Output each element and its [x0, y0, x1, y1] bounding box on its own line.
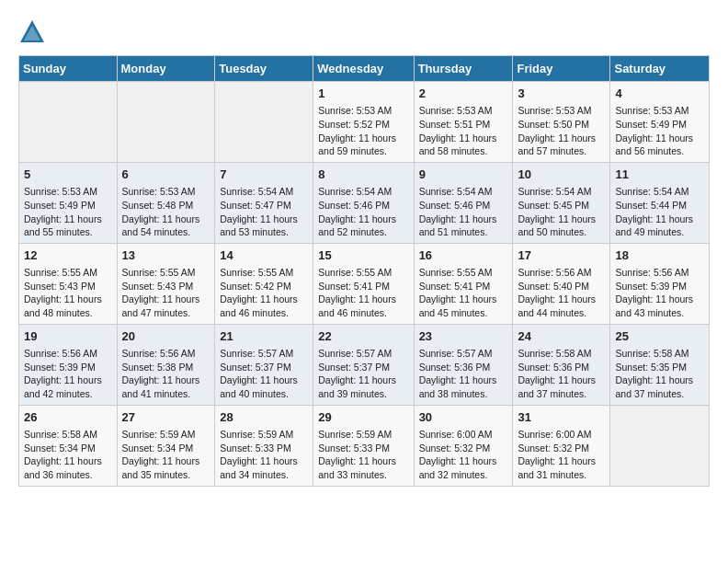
- day-number: 17: [518, 247, 605, 264]
- calendar-cell: 13Sunrise: 5:55 AMSunset: 5:43 PMDayligh…: [117, 243, 215, 324]
- calendar-cell: 12Sunrise: 5:55 AMSunset: 5:43 PMDayligh…: [19, 243, 118, 324]
- day-info: Sunrise: 5:53 AMSunset: 5:51 PMDaylight:…: [419, 104, 508, 158]
- day-number: 11: [615, 167, 704, 183]
- day-info: Sunrise: 5:56 AMSunset: 5:39 PMDaylight:…: [24, 347, 112, 401]
- day-info: Sunrise: 5:53 AMSunset: 5:49 PMDaylight:…: [615, 104, 704, 158]
- calendar-cell: 8Sunrise: 5:54 AMSunset: 5:46 PMDaylight…: [313, 162, 414, 243]
- calendar-cell: 20Sunrise: 5:56 AMSunset: 5:38 PMDayligh…: [117, 324, 215, 405]
- day-info: Sunrise: 5:54 AMSunset: 5:44 PMDaylight:…: [615, 185, 704, 239]
- day-number: 31: [518, 409, 605, 426]
- day-info: Sunrise: 5:57 AMSunset: 5:37 PMDaylight:…: [220, 347, 308, 401]
- week-row-4: 26Sunrise: 5:58 AMSunset: 5:34 PMDayligh…: [19, 405, 710, 486]
- calendar-cell: 21Sunrise: 5:57 AMSunset: 5:37 PMDayligh…: [215, 324, 313, 405]
- day-info: Sunrise: 5:53 AMSunset: 5:49 PMDaylight:…: [24, 185, 112, 239]
- week-row-2: 12Sunrise: 5:55 AMSunset: 5:43 PMDayligh…: [19, 243, 710, 324]
- day-info: Sunrise: 5:54 AMSunset: 5:45 PMDaylight:…: [518, 185, 605, 239]
- day-info: Sunrise: 5:56 AMSunset: 5:39 PMDaylight:…: [615, 266, 704, 320]
- calendar-cell: 10Sunrise: 5:54 AMSunset: 5:45 PMDayligh…: [513, 162, 610, 243]
- logo: [18, 18, 50, 46]
- calendar-cell: 28Sunrise: 5:59 AMSunset: 5:33 PMDayligh…: [215, 405, 313, 486]
- header-row: SundayMondayTuesdayWednesdayThursdayFrid…: [19, 56, 710, 82]
- logo-icon: [18, 18, 46, 46]
- day-number: 4: [615, 86, 704, 102]
- calendar-cell: 22Sunrise: 5:57 AMSunset: 5:37 PMDayligh…: [313, 324, 414, 405]
- calendar-cell: [19, 82, 118, 163]
- day-info: Sunrise: 5:54 AMSunset: 5:46 PMDaylight:…: [318, 185, 408, 239]
- day-info: Sunrise: 6:00 AMSunset: 5:32 PMDaylight:…: [518, 428, 605, 482]
- week-row-3: 19Sunrise: 5:56 AMSunset: 5:39 PMDayligh…: [19, 324, 710, 405]
- day-info: Sunrise: 5:58 AMSunset: 5:35 PMDaylight:…: [615, 347, 704, 401]
- calendar-cell: 6Sunrise: 5:53 AMSunset: 5:48 PMDaylight…: [117, 162, 215, 243]
- day-number: 10: [518, 167, 605, 183]
- day-info: Sunrise: 5:57 AMSunset: 5:37 PMDaylight:…: [318, 347, 408, 401]
- day-number: 25: [615, 328, 704, 345]
- calendar-cell: [215, 82, 313, 163]
- day-number: 20: [122, 328, 210, 345]
- calendar-cell: 1Sunrise: 5:53 AMSunset: 5:52 PMDaylight…: [313, 82, 414, 163]
- day-number: 16: [419, 247, 508, 264]
- calendar-cell: 18Sunrise: 5:56 AMSunset: 5:39 PMDayligh…: [610, 243, 710, 324]
- day-info: Sunrise: 5:56 AMSunset: 5:40 PMDaylight:…: [518, 266, 605, 320]
- day-number: 26: [24, 409, 112, 426]
- calendar-cell: 5Sunrise: 5:53 AMSunset: 5:49 PMDaylight…: [19, 162, 118, 243]
- day-number: 21: [220, 328, 308, 345]
- day-info: Sunrise: 5:58 AMSunset: 5:34 PMDaylight:…: [24, 428, 112, 482]
- day-number: 18: [615, 247, 704, 264]
- calendar-table: SundayMondayTuesdayWednesdayThursdayFrid…: [18, 55, 710, 487]
- calendar-cell: 4Sunrise: 5:53 AMSunset: 5:49 PMDaylight…: [610, 82, 710, 163]
- calendar-cell: 17Sunrise: 5:56 AMSunset: 5:40 PMDayligh…: [513, 243, 610, 324]
- calendar-cell: 15Sunrise: 5:55 AMSunset: 5:41 PMDayligh…: [313, 243, 414, 324]
- calendar-cell: 29Sunrise: 5:59 AMSunset: 5:33 PMDayligh…: [313, 405, 414, 486]
- day-info: Sunrise: 5:59 AMSunset: 5:33 PMDaylight:…: [318, 428, 408, 482]
- day-info: Sunrise: 5:58 AMSunset: 5:36 PMDaylight:…: [518, 347, 605, 401]
- day-info: Sunrise: 5:55 AMSunset: 5:42 PMDaylight:…: [220, 266, 308, 320]
- day-info: Sunrise: 5:55 AMSunset: 5:43 PMDaylight:…: [122, 266, 210, 320]
- calendar-cell: 31Sunrise: 6:00 AMSunset: 5:32 PMDayligh…: [513, 405, 610, 486]
- calendar-cell: 25Sunrise: 5:58 AMSunset: 5:35 PMDayligh…: [610, 324, 710, 405]
- calendar-cell: 11Sunrise: 5:54 AMSunset: 5:44 PMDayligh…: [610, 162, 710, 243]
- day-number: 3: [518, 86, 605, 102]
- calendar-cell: 9Sunrise: 5:54 AMSunset: 5:46 PMDaylight…: [414, 162, 513, 243]
- day-info: Sunrise: 5:56 AMSunset: 5:38 PMDaylight:…: [122, 347, 210, 401]
- day-info: Sunrise: 5:55 AMSunset: 5:43 PMDaylight:…: [24, 266, 112, 320]
- calendar-cell: 16Sunrise: 5:55 AMSunset: 5:41 PMDayligh…: [414, 243, 513, 324]
- day-number: 1: [318, 86, 408, 102]
- calendar-cell: 30Sunrise: 6:00 AMSunset: 5:32 PMDayligh…: [414, 405, 513, 486]
- header-monday: Monday: [117, 56, 215, 82]
- day-number: 30: [419, 409, 508, 426]
- day-info: Sunrise: 5:57 AMSunset: 5:36 PMDaylight:…: [419, 347, 508, 401]
- calendar-cell: 14Sunrise: 5:55 AMSunset: 5:42 PMDayligh…: [215, 243, 313, 324]
- header-tuesday: Tuesday: [215, 56, 313, 82]
- calendar-cell: 2Sunrise: 5:53 AMSunset: 5:51 PMDaylight…: [414, 82, 513, 163]
- day-number: 7: [220, 167, 308, 183]
- day-number: 6: [122, 167, 210, 183]
- header-saturday: Saturday: [610, 56, 710, 82]
- calendar-cell: 24Sunrise: 5:58 AMSunset: 5:36 PMDayligh…: [513, 324, 610, 405]
- calendar-body: 1Sunrise: 5:53 AMSunset: 5:52 PMDaylight…: [19, 82, 710, 487]
- day-info: Sunrise: 5:59 AMSunset: 5:33 PMDaylight:…: [220, 428, 308, 482]
- week-row-0: 1Sunrise: 5:53 AMSunset: 5:52 PMDaylight…: [19, 82, 710, 163]
- day-info: Sunrise: 5:55 AMSunset: 5:41 PMDaylight:…: [419, 266, 508, 320]
- day-number: 5: [24, 167, 112, 183]
- header-friday: Friday: [513, 56, 610, 82]
- day-number: 23: [419, 328, 508, 345]
- day-number: 14: [220, 247, 308, 264]
- day-info: Sunrise: 5:54 AMSunset: 5:47 PMDaylight:…: [220, 185, 308, 239]
- day-info: Sunrise: 5:53 AMSunset: 5:50 PMDaylight:…: [518, 104, 605, 158]
- day-info: Sunrise: 5:53 AMSunset: 5:48 PMDaylight:…: [122, 185, 210, 239]
- day-number: 29: [318, 409, 408, 426]
- day-number: 22: [318, 328, 408, 345]
- calendar-cell: 19Sunrise: 5:56 AMSunset: 5:39 PMDayligh…: [19, 324, 118, 405]
- day-number: 9: [419, 167, 508, 183]
- day-info: Sunrise: 5:54 AMSunset: 5:46 PMDaylight:…: [419, 185, 508, 239]
- day-number: 19: [24, 328, 112, 345]
- day-number: 8: [318, 167, 408, 183]
- day-number: 28: [220, 409, 308, 426]
- calendar-cell: 3Sunrise: 5:53 AMSunset: 5:50 PMDaylight…: [513, 82, 610, 163]
- calendar-cell: 27Sunrise: 5:59 AMSunset: 5:34 PMDayligh…: [117, 405, 215, 486]
- day-info: Sunrise: 5:59 AMSunset: 5:34 PMDaylight:…: [122, 428, 210, 482]
- page-header: [18, 18, 710, 46]
- calendar-cell: 7Sunrise: 5:54 AMSunset: 5:47 PMDaylight…: [215, 162, 313, 243]
- day-info: Sunrise: 5:53 AMSunset: 5:52 PMDaylight:…: [318, 104, 408, 158]
- day-number: 13: [122, 247, 210, 264]
